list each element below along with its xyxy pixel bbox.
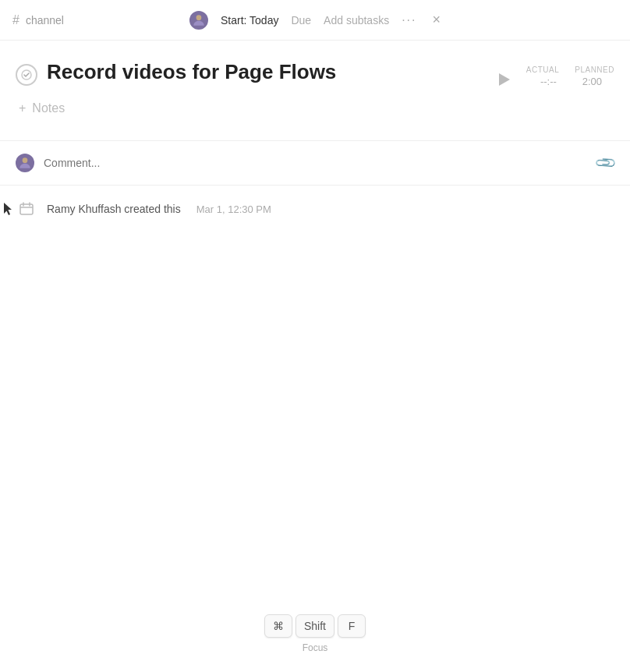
notes-row[interactable]: + Notes	[16, 101, 614, 115]
task-title-row: Record videos for Page Flows ACTUAL PLAN…	[16, 59, 614, 89]
planned-label: PLANNED	[575, 65, 614, 74]
comment-area: 📎	[0, 141, 630, 186]
task-time-controls: ACTUAL PLANNED --:-- 2:00	[495, 59, 614, 89]
shortcut-label: Focus	[303, 642, 328, 653]
close-button[interactable]: ×	[433, 12, 441, 28]
task-area: Record videos for Page Flows ACTUAL PLAN…	[0, 41, 630, 115]
task-title[interactable]: Record videos for Page Flows	[47, 59, 486, 86]
actual-value: --:--	[534, 76, 562, 87]
svg-rect-4	[20, 204, 33, 214]
task-complete-checkbox[interactable]	[16, 64, 37, 86]
actual-label: ACTUAL	[526, 65, 559, 74]
notes-label: Notes	[32, 101, 65, 115]
shift-key: Shift	[296, 614, 334, 638]
header: # channel Start: Today Due Add subtasks …	[0, 0, 630, 41]
user-avatar	[16, 154, 34, 172]
notes-add-icon: +	[19, 101, 26, 115]
more-options-button[interactable]: ···	[402, 13, 416, 27]
due-date[interactable]: Due	[291, 14, 311, 27]
activity-icon	[16, 198, 37, 220]
task-time-section: ACTUAL PLANNED --:-- 2:00	[526, 65, 614, 87]
keyboard-hint: ⌘ Shift F Focus	[264, 614, 366, 653]
avatar	[189, 11, 208, 30]
time-values: --:-- 2:00	[534, 76, 606, 87]
header-center: Start: Today Due Add subtasks ··· ×	[189, 11, 441, 30]
svg-point-0	[196, 15, 202, 20]
f-key: F	[338, 614, 366, 638]
svg-marker-2	[499, 73, 510, 86]
hash-icon: #	[12, 13, 19, 27]
add-subtasks-button[interactable]: Add subtasks	[324, 14, 389, 27]
start-date[interactable]: Start: Today	[221, 14, 278, 27]
cmd-key: ⌘	[264, 614, 292, 638]
activity-text: Ramy Khuffash created this	[47, 203, 181, 215]
attachment-icon[interactable]: 📎	[593, 150, 618, 175]
play-timer-button[interactable]	[495, 70, 514, 89]
activity-row: Ramy Khuffash created this Mar 1, 12:30 …	[0, 186, 630, 232]
svg-point-3	[23, 157, 28, 163]
comment-input[interactable]	[44, 157, 588, 169]
time-labels: ACTUAL PLANNED	[526, 65, 614, 74]
planned-value[interactable]: 2:00	[578, 76, 606, 87]
activity-time: Mar 1, 12:30 PM	[196, 203, 271, 215]
keys-row: ⌘ Shift F	[264, 614, 366, 638]
